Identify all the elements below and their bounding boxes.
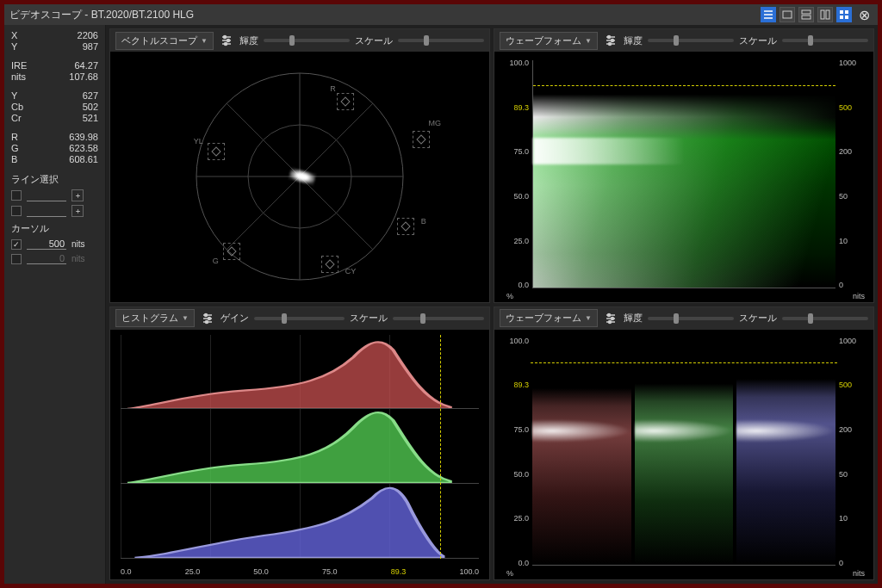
vs-target-g: G [213, 257, 219, 265]
svg-point-15 [223, 36, 226, 39]
line1-input[interactable] [27, 190, 66, 201]
scale-slider[interactable] [398, 39, 484, 42]
stat-value: 987 [83, 41, 98, 52]
hist-channel-r [121, 335, 479, 410]
cursor1-unit: nits [71, 239, 85, 249]
scope-type-dropdown[interactable]: ベクトルスコープ ▼ [115, 32, 214, 50]
panel-header: ウェーブフォーム ▼ 輝度 スケール [494, 307, 873, 330]
vs-target-b: B [421, 217, 426, 226]
videoscope-window: ビデオスコープ - BT.2020/BT.2100 HLG ⊗ X2206 Y9… [4, 4, 878, 584]
cursor2-unit: nits [71, 254, 85, 263]
stat-value: 2206 [78, 30, 98, 40]
vs-target-r: R [330, 84, 336, 93]
options-icon[interactable] [200, 311, 215, 326]
svg-rect-11 [845, 15, 848, 19]
svg-point-27 [607, 36, 610, 39]
svg-point-35 [205, 320, 208, 323]
layout-single-icon[interactable] [780, 7, 795, 22]
gain-label: ゲイン [220, 312, 249, 325]
svg-point-34 [208, 317, 210, 319]
cursor2-checkbox[interactable] [11, 254, 22, 264]
cursor1-checkbox[interactable] [11, 239, 22, 250]
svg-rect-3 [783, 11, 792, 18]
options-icon[interactable] [603, 311, 618, 326]
hist-marker-line [440, 335, 441, 560]
histogram-plot [121, 335, 479, 560]
line1-target-icon[interactable]: ＋ [71, 189, 84, 201]
scope-type-dropdown[interactable]: ウェーブフォーム ▼ [500, 32, 598, 50]
waveform-rgb-panel: ウェーブフォーム ▼ 輝度 スケール 100.0 [494, 306, 874, 581]
sidebar: X2206 Y987 IRE64.27 nits107.68 Y627 Cb50… [4, 25, 106, 584]
options-icon[interactable] [219, 33, 234, 48]
dropdown-label: ヒストグラム [121, 312, 178, 325]
brightness-label: 輝度 [239, 34, 258, 47]
brightness-slider[interactable] [264, 39, 350, 42]
waveform-luma-panel: ウェーブフォーム ▼ 輝度 スケール 100.0 [494, 28, 874, 303]
scope-type-dropdown[interactable]: ウェーブフォーム ▼ [500, 309, 598, 327]
panel-header: ヒストグラム ▼ ゲイン スケール [110, 307, 489, 330]
stat-value: 639.98 [69, 132, 98, 142]
stat-label: nits [11, 71, 26, 82]
left-axis: 100.0 89.3 75.0 50.0 25.0 0.0 [498, 59, 529, 290]
svg-rect-9 [845, 10, 848, 14]
stat-label: G [11, 143, 19, 153]
cursor1-input[interactable] [27, 238, 66, 250]
svg-rect-4 [802, 10, 811, 14]
panel-header: ベクトルスコープ ▼ 輝度 スケール [110, 29, 489, 52]
chevron-down-icon: ▼ [585, 314, 592, 322]
titlebar: ビデオスコープ - BT.2020/BT.2100 HLG ⊗ [4, 4, 878, 25]
line1-checkbox[interactable] [11, 190, 22, 201]
line2-checkbox[interactable] [11, 206, 22, 216]
chevron-down-icon: ▼ [585, 37, 592, 45]
right-unit: nits [853, 292, 865, 300]
stat-label: IRE [11, 60, 27, 71]
histogram-display: 0.0 25.0 50.0 75.0 89.3 100.0 [110, 330, 489, 580]
dropdown-label: ウェーブフォーム [506, 34, 581, 47]
layout-rows-icon[interactable] [798, 7, 814, 22]
svg-point-33 [204, 313, 207, 316]
panel-header: ウェーブフォーム ▼ 輝度 スケール [494, 29, 873, 52]
stat-label: Y [11, 41, 17, 52]
svg-point-16 [227, 40, 229, 42]
vectorscope-display: R MG B CY G YL [110, 52, 489, 302]
left-axis: 100.0 89.3 75.0 50.0 25.0 0.0 [498, 337, 529, 568]
svg-rect-6 [821, 10, 824, 19]
scale-label: スケール [355, 34, 393, 47]
svg-rect-10 [840, 15, 843, 19]
gain-slider[interactable] [254, 317, 345, 320]
brightness-slider[interactable] [648, 39, 734, 42]
waveform-plot [532, 60, 835, 288]
stat-value: 608.61 [69, 154, 98, 164]
hist-channel-g [121, 409, 479, 484]
histogram-panel: ヒストグラム ▼ ゲイン スケール [109, 306, 490, 581]
scale-slider[interactable] [393, 317, 484, 320]
line-select-label: ライン選択 [11, 173, 98, 186]
scope-type-dropdown[interactable]: ヒストグラム ▼ [115, 309, 195, 327]
right-axis: 1000 500 200 50 10 0 [839, 59, 870, 290]
scale-label: スケール [739, 312, 777, 325]
parade-b [736, 338, 835, 566]
stat-value: 521 [83, 113, 98, 123]
options-icon[interactable] [603, 33, 618, 48]
waveform-trace [533, 60, 835, 288]
line2-target-icon[interactable]: ＋ [71, 205, 84, 217]
vs-target-mg: MG [429, 119, 442, 127]
right-axis: 1000 500 200 50 10 0 [839, 337, 870, 568]
brightness-slider[interactable] [648, 317, 734, 320]
waveform-highlight [533, 138, 685, 165]
scale-slider[interactable] [782, 317, 868, 320]
hist-channel-b [121, 484, 479, 559]
svg-point-39 [607, 313, 610, 316]
stat-value: 627 [83, 90, 98, 101]
layout-list-icon[interactable] [761, 7, 776, 22]
scale-slider[interactable] [782, 39, 868, 42]
cursor2-input[interactable] [27, 253, 66, 264]
hist-xaxis: 0.0 25.0 50.0 75.0 89.3 100.0 [121, 567, 479, 576]
layout-cols-icon[interactable] [817, 7, 833, 22]
close-button[interactable]: ⊗ [855, 6, 873, 23]
right-unit: nits [853, 569, 865, 578]
layout-grid-icon[interactable] [836, 7, 852, 22]
line2-input[interactable] [27, 206, 66, 217]
stat-value: 623.58 [69, 143, 98, 153]
stat-label: R [11, 132, 18, 142]
